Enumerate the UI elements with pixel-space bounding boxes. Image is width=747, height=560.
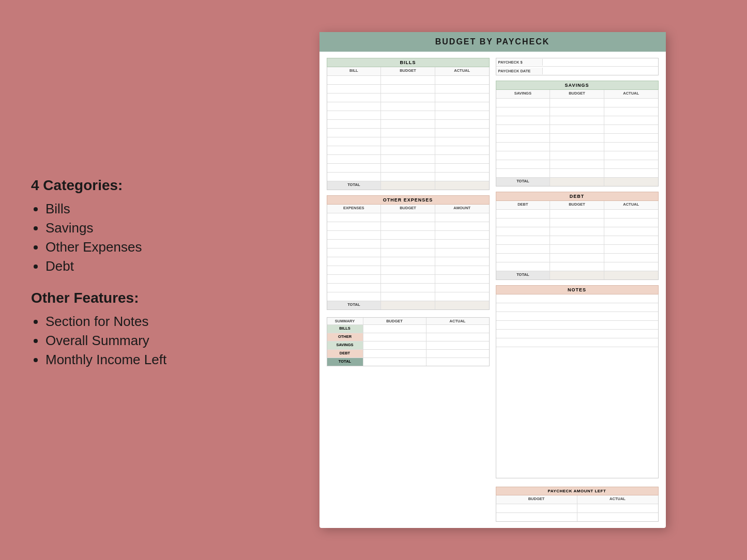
summary-col-name: SUMMARY (327, 318, 363, 324)
debt-title: DEBT (496, 192, 659, 201)
summary-total-label: TOTAL (327, 358, 363, 366)
left-column: BILLS BILL BUDGET ACTUAL (327, 58, 490, 522)
note-line[interactable] (496, 330, 658, 338)
paycheck-date-row: PAYCHECK DATE (496, 67, 658, 75)
oe-total-row: TOTAL (327, 301, 489, 309)
summary-col-budget: BUDGET (363, 318, 426, 324)
summary-row-debt: DEBT (327, 350, 489, 358)
table-row (496, 125, 658, 134)
table-row (496, 227, 658, 236)
table-row (327, 120, 489, 129)
notes-lines (496, 294, 659, 478)
debt-header-row: DEBT BUDGET ACTUAL (496, 201, 658, 210)
table-row (327, 129, 489, 137)
debt-total-row: TOTAL (496, 271, 658, 279)
bills-total-row: TOTAL (327, 181, 489, 190)
table-row (496, 504, 658, 513)
paycheck-date-label: PAYCHECK DATE (496, 68, 543, 74)
savings-table: SAVINGS BUDGET ACTUAL (496, 90, 659, 186)
oe-col-expenses: EXPENSES (327, 205, 382, 213)
table-row (327, 111, 489, 120)
paycheck-amount-left-section: PAYCHECK AMOUNT LEFT BUDGET ACTUAL (496, 487, 659, 522)
table-row (327, 85, 489, 94)
bills-col-budget: BUDGET (381, 67, 435, 75)
summary-row-savings: SAVINGS (327, 341, 489, 350)
paycheck-amount-left-table: BUDGET ACTUAL (496, 495, 659, 522)
notes-title: NOTES (496, 285, 659, 294)
table-row (496, 116, 658, 125)
debt-table: DEBT BUDGET ACTUAL TOTAL (496, 201, 659, 280)
paycheck-value[interactable] (543, 61, 658, 64)
other-expenses-table: EXPENSES BUDGET AMOUNT (327, 205, 490, 310)
table-row (327, 248, 489, 257)
summary-other-label: OTHER (327, 333, 363, 341)
summary-table: SUMMARY BUDGET ACTUAL BILLS OTHER (327, 317, 490, 366)
paycheck-date-value[interactable] (543, 70, 658, 72)
table-row (496, 107, 658, 116)
note-line[interactable] (496, 321, 658, 330)
summary-row-other: OTHER (327, 333, 489, 341)
note-line[interactable] (496, 303, 658, 312)
paycheck-amount-header-row: BUDGET ACTUAL (496, 495, 658, 504)
debt-col-budget: BUDGET (550, 201, 604, 209)
table-row (327, 137, 489, 146)
summary-debt-label: DEBT (327, 350, 363, 357)
debt-col-debt: DEBT (496, 201, 551, 209)
bills-col-actual: ACTUAL (435, 67, 489, 75)
table-row (496, 143, 658, 151)
bills-section: BILLS BILL BUDGET ACTUAL (327, 58, 490, 190)
table-row (496, 210, 658, 219)
table-row (327, 155, 489, 164)
document-body: BILLS BILL BUDGET ACTUAL (319, 52, 666, 528)
summary-row-bills: BILLS (327, 325, 489, 333)
oe-total-label: TOTAL (327, 301, 382, 309)
category-savings: Savings (45, 220, 207, 236)
note-line[interactable] (496, 338, 658, 347)
document-title: BUDGET BY PAYCHECK (319, 32, 666, 52)
summary-section: SUMMARY BUDGET ACTUAL BILLS OTHER (327, 317, 490, 366)
other-expenses-header-row: EXPENSES BUDGET AMOUNT (327, 205, 489, 213)
table-row (496, 169, 658, 178)
summary-header-row: SUMMARY BUDGET ACTUAL (327, 318, 489, 325)
table-row (496, 99, 658, 107)
table-row (496, 219, 658, 227)
note-line[interactable] (496, 347, 658, 356)
summary-savings-label: SAVINGS (327, 341, 363, 349)
features-heading: Other Features: (31, 290, 207, 306)
table-row (496, 236, 658, 245)
categories-heading: 4 Categories: (31, 177, 207, 194)
pal-col-budget: BUDGET (496, 495, 577, 504)
savings-total-label: TOTAL (496, 178, 551, 186)
debt-section: DEBT DEBT BUDGET ACTUAL (496, 192, 659, 280)
left-panel: 4 Categories: Bills Savings Other Expens… (0, 157, 238, 404)
right-panel: BUDGET BY PAYCHECK BILLS BILL BUDGET ACT… (238, 0, 747, 560)
summary-row-total: TOTAL (327, 358, 489, 366)
bills-header-row: BILL BUDGET ACTUAL (327, 67, 489, 76)
bills-table: BILL BUDGET ACTUAL (327, 67, 490, 190)
table-row (496, 245, 658, 254)
table-row (327, 213, 489, 222)
savings-header-row: SAVINGS BUDGET ACTUAL (496, 90, 658, 99)
table-row (327, 173, 489, 181)
pal-col-actual: ACTUAL (577, 495, 658, 504)
other-expenses-section: OTHER EXPENSES EXPENSES BUDGET AMOUNT (327, 195, 490, 310)
paycheck-info: PAYCHECK $ PAYCHECK DATE (496, 58, 659, 75)
table-row (327, 292, 489, 301)
note-line[interactable] (496, 312, 658, 321)
savings-section: SAVINGS SAVINGS BUDGET ACTUAL (496, 81, 659, 186)
bills-title: BILLS (327, 58, 490, 67)
table-row (496, 262, 658, 271)
table-row (327, 231, 489, 240)
table-row (327, 76, 489, 85)
paycheck-amount-left-title: PAYCHECK AMOUNT LEFT (496, 487, 659, 495)
budget-document: BUDGET BY PAYCHECK BILLS BILL BUDGET ACT… (319, 32, 666, 528)
feature-notes: Section for Notes (45, 314, 207, 330)
features-list: Section for Notes Overall Summary Monthl… (31, 314, 207, 368)
table-row (327, 257, 489, 266)
bills-total-label: TOTAL (327, 181, 382, 190)
table-row (327, 266, 489, 275)
table-row (327, 164, 489, 173)
note-line[interactable] (496, 294, 658, 303)
right-column: PAYCHECK $ PAYCHECK DATE SAVINGS SAVINGS (496, 58, 659, 522)
table-row (327, 94, 489, 102)
